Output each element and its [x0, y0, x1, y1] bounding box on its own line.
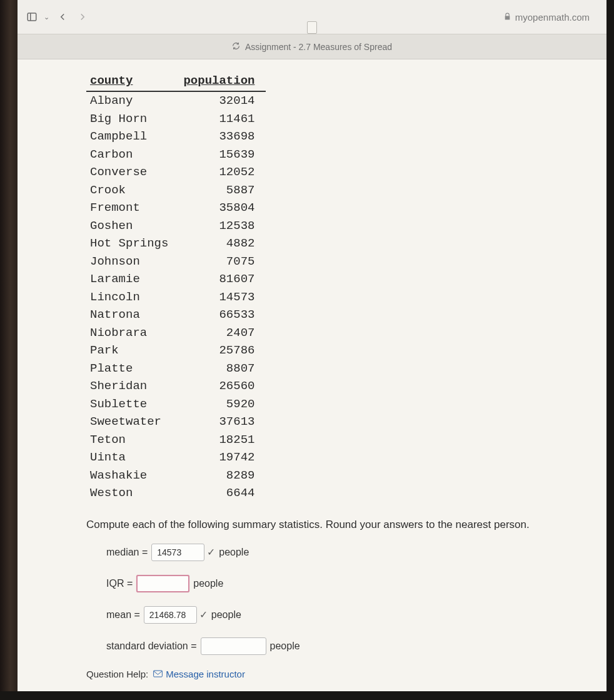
cell-population: 4882: [179, 235, 266, 253]
table-row: Laramie81607: [86, 270, 266, 288]
cell-county: Weston: [86, 484, 179, 502]
table-row: Sweetwater37613: [86, 413, 266, 431]
address-domain[interactable]: myopenmath.com: [515, 12, 590, 23]
table-row: Washakie8289: [86, 467, 266, 485]
check-icon: ✓: [199, 609, 208, 621]
instructions-text: Compute each of the following summary st…: [86, 519, 550, 531]
cell-population: 81607: [179, 270, 266, 288]
cell-county: Campbell: [86, 128, 179, 146]
page-icon: [307, 21, 317, 34]
cell-population: 2407: [179, 324, 266, 342]
cell-county: Converse: [86, 163, 179, 181]
median-row: median = ✓ people: [106, 544, 550, 561]
cell-population: 25786: [179, 342, 266, 360]
population-table: county population Albany32014Big Horn114…: [86, 71, 266, 502]
table-row: Carbon15639: [86, 146, 266, 164]
back-icon[interactable]: [56, 10, 69, 24]
table-row: Park25786: [86, 342, 266, 360]
cell-county: Lincoln: [86, 288, 179, 307]
col-header-population: population: [179, 71, 266, 92]
cell-population: 18251: [179, 431, 266, 449]
cell-county: Sheridan: [86, 377, 179, 395]
cell-population: 32014: [179, 91, 266, 110]
cell-county: Big Horn: [86, 110, 179, 128]
cell-population: 15639: [179, 146, 266, 164]
mean-row: mean = ✓ people: [106, 606, 550, 624]
cell-population: 7075: [179, 253, 266, 271]
cell-population: 8807: [179, 360, 266, 378]
check-icon: ✓: [207, 546, 215, 558]
mean-unit: people: [211, 609, 241, 621]
iqr-unit: people: [193, 578, 223, 589]
cell-population: 14573: [179, 288, 266, 307]
table-row: Uinta19742: [86, 449, 266, 467]
cell-population: 37613: [179, 413, 266, 431]
table-row: Lincoln14573: [86, 288, 266, 307]
cell-county: Natrona: [86, 306, 179, 324]
question-help: Question Help: Message instructor: [86, 669, 550, 679]
stddev-label: standard deviation =: [106, 641, 197, 652]
cell-population: 11461: [179, 110, 266, 128]
tab-bar: Assignment - 2.7 Measures of Spread: [18, 34, 606, 59]
cell-population: 8289: [179, 467, 266, 485]
table-row: Niobrara2407: [86, 324, 266, 342]
table-row: Hot Springs4882: [86, 235, 266, 253]
cell-county: Carbon: [86, 146, 179, 164]
cell-county: Niobrara: [86, 324, 179, 342]
reload-icon[interactable]: [232, 42, 240, 52]
cell-county: Washakie: [86, 467, 179, 485]
table-row: Sheridan26560: [86, 377, 266, 395]
cell-population: 12052: [179, 163, 266, 181]
iqr-input[interactable]: [136, 575, 189, 592]
cell-population: 5920: [179, 395, 266, 413]
sidebar-toggle-icon[interactable]: [25, 10, 39, 24]
chevron-down-icon[interactable]: ⌄: [44, 13, 49, 21]
envelope-icon: [153, 669, 163, 679]
table-row: Johnson7075: [86, 253, 266, 271]
table-row: Platte8807: [86, 360, 266, 378]
tab-title[interactable]: Assignment - 2.7 Measures of Spread: [245, 42, 392, 52]
cell-population: 26560: [179, 377, 266, 395]
table-row: Campbell33698: [86, 128, 266, 146]
table-row: Weston6644: [86, 484, 266, 502]
cell-county: Fremont: [86, 199, 179, 217]
cell-population: 6644: [179, 484, 266, 502]
help-label: Question Help:: [86, 669, 148, 679]
svg-rect-0: [28, 13, 36, 21]
cell-population: 33698: [179, 128, 266, 146]
median-input[interactable]: [151, 544, 204, 561]
table-row: Sublette5920: [86, 395, 266, 413]
message-instructor-link[interactable]: Message instructor: [153, 669, 245, 679]
stddev-input[interactable]: [201, 637, 266, 655]
cell-population: 12538: [179, 217, 266, 235]
mean-input[interactable]: [144, 606, 197, 624]
table-row: Natrona66533: [86, 306, 266, 324]
svg-rect-2: [154, 671, 163, 677]
message-instructor-text: Message instructor: [166, 669, 245, 679]
median-unit: people: [219, 547, 249, 558]
cell-county: Johnson: [86, 253, 179, 271]
table-row: Albany32014: [86, 91, 266, 110]
cell-county: Sweetwater: [86, 413, 179, 431]
cell-county: Goshen: [86, 217, 179, 235]
cell-county: Crook: [86, 181, 179, 200]
page-content: county population Albany32014Big Horn114…: [18, 59, 606, 691]
iqr-label: IQR =: [106, 578, 133, 589]
cell-county: Sublette: [86, 395, 179, 413]
iqr-row: IQR = people: [106, 575, 550, 592]
table-row: Big Horn11461: [86, 110, 266, 128]
cell-population: 66533: [179, 306, 266, 324]
stddev-row: standard deviation = people: [106, 637, 550, 655]
stddev-unit: people: [270, 641, 300, 652]
cell-county: Hot Springs: [86, 235, 179, 253]
table-row: Crook5887: [86, 181, 266, 200]
cell-population: 19742: [179, 449, 266, 467]
forward-icon[interactable]: [76, 10, 89, 24]
table-row: Teton18251: [86, 431, 266, 449]
cell-county: Teton: [86, 431, 179, 449]
table-row: Goshen12538: [86, 217, 266, 235]
cell-population: 5887: [179, 181, 266, 200]
cell-county: Uinta: [86, 449, 179, 467]
cell-population: 35804: [179, 199, 266, 217]
mean-label: mean =: [106, 609, 140, 621]
